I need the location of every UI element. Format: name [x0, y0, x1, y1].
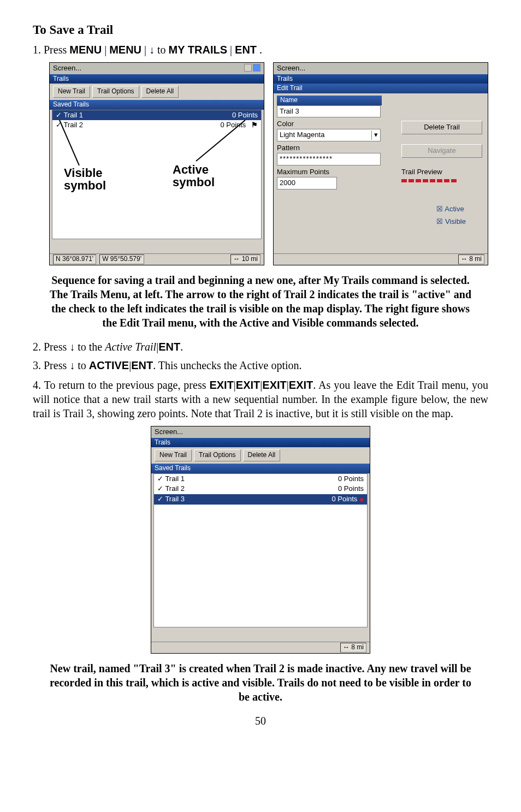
lat-dir: N — [56, 255, 61, 263]
section-trails: Trails — [50, 74, 264, 84]
figure-caption-2: New trail, named "Trail 3" is created wh… — [49, 661, 472, 704]
trail-preview: Trail Preview — [401, 168, 482, 182]
key-active: ACTIVE — [89, 359, 129, 371]
check-icon: ✓ — [56, 111, 62, 119]
text: 3. Press — [33, 359, 69, 371]
list-item[interactable]: ✓ Trail 1 0 Points — [52, 110, 261, 121]
window-control-icon[interactable] — [244, 64, 252, 72]
title-text: Screen... — [53, 64, 81, 72]
active-flag-icon: ◆ — [359, 496, 364, 502]
color-select[interactable]: Light Magenta ▾ — [277, 129, 381, 141]
text: 4. To return to the previous page, press — [33, 379, 209, 391]
name-group: Name Trail 3 — [277, 96, 484, 117]
arrow-down-icon: ↓ — [69, 359, 75, 371]
window-title: Screen... — [151, 426, 370, 438]
key-exit: EXIT — [209, 379, 233, 391]
new-trail-button[interactable]: New Trail — [155, 449, 192, 461]
text: . This unchecks the Active option. — [153, 359, 301, 371]
scale-icon: ↔ — [233, 255, 240, 263]
saved-trails-header: Saved Trails — [151, 464, 370, 473]
dot: . — [259, 44, 262, 56]
window-title: Screen... — [50, 63, 264, 74]
text: 1. Press — [33, 44, 69, 56]
status-bar: ↔ 8 mi — [274, 253, 488, 265]
page-number: 50 — [33, 714, 488, 728]
list-item[interactable]: ✓ Trail 2 0 Points — [154, 484, 367, 494]
step-4: 4. To return to the previous page, press… — [33, 378, 488, 420]
trails-menu-screenshot: Screen... Trails New Trail Trail Options… — [49, 62, 264, 265]
trail-name: Trail 1 — [165, 475, 185, 483]
trail-name: Trail 1 — [63, 111, 83, 119]
trail-points: 0 Points — [220, 121, 246, 129]
key-menu1: MENU — [69, 44, 102, 56]
active-checkbox[interactable]: ☒ Active — [436, 205, 466, 214]
sep: | — [230, 44, 232, 56]
delete-trail-button[interactable]: Delete Trail — [401, 121, 482, 134]
scale-value: 8 mi — [351, 643, 364, 651]
status-bar: ↔ 8 mi — [151, 642, 370, 653]
figure-caption-1: Sequence for saving a trail and beginnin… — [49, 273, 472, 330]
trail-options-button[interactable]: Trail Options — [194, 449, 241, 461]
edit-trail-screenshot: Screen... Trails Edit Trail Name Trail 3… — [273, 62, 488, 265]
key-exit: EXIT — [289, 379, 313, 391]
pattern-field[interactable]: **************** — [277, 153, 381, 165]
sep: | — [104, 44, 106, 56]
trail-name: Trail 3 — [165, 495, 185, 503]
latitude: 36°08.971' — [62, 255, 93, 263]
check-icon: ✓ — [56, 121, 62, 129]
trails-list[interactable]: ✓ Trail 1 0 Points ✓ Trail 2 0 Points ✓ … — [153, 473, 368, 627]
key-menu2: MENU — [109, 44, 141, 56]
window-title: Screen... — [274, 63, 488, 74]
scale-icon: ↔ — [343, 643, 350, 651]
annotation-visible: Visible symbol — [64, 167, 106, 192]
key-ent: ENT — [235, 44, 257, 56]
window-control-icon[interactable] — [253, 64, 260, 72]
delete-all-button[interactable]: Delete All — [243, 449, 281, 461]
trail-points: 0 Points — [331, 495, 357, 503]
step-2: 2. Press ↓ to the Active Trail|ENT. — [33, 340, 488, 354]
chevron-down-icon[interactable]: ▾ — [371, 131, 378, 140]
lon-dir: W — [102, 255, 108, 263]
visible-checkbox[interactable]: ☒ Visible — [436, 217, 466, 227]
text: to — [75, 359, 89, 371]
arrow-down-icon: ↓ — [69, 341, 75, 353]
active-flag-icon: ⚑ — [251, 121, 258, 129]
longitude: 95°50.579' — [110, 255, 141, 263]
status-bar: N 36°08.971' W 95°50.579' ↔ 10 mi — [50, 253, 264, 265]
saved-trails-header: Saved Trails — [50, 100, 264, 110]
check-icon: ✓ — [157, 495, 163, 503]
scale-icon: ↔ — [461, 255, 467, 263]
key-ent: ENT — [131, 359, 153, 371]
text: to the — [75, 341, 105, 353]
trail-name: Trail 2 — [165, 484, 185, 493]
name-field[interactable]: Trail 3 — [277, 105, 381, 118]
key-exit: EXIT — [262, 379, 286, 391]
edit-trail-header: Edit Trail — [274, 84, 488, 93]
scale-value: 8 mi — [469, 255, 482, 263]
list-item[interactable]: ✓ Trail 3 0 Points ◆ — [154, 494, 367, 505]
text: to — [157, 44, 169, 56]
key-exit: EXIT — [236, 379, 260, 391]
list-item[interactable]: ✓ Trail 2 0 Points ⚑ — [52, 120, 261, 131]
delete-all-button[interactable]: Delete All — [141, 86, 179, 98]
trail-points: 0 Points — [232, 111, 258, 120]
dot: . — [180, 341, 183, 353]
trail-options-button[interactable]: Trail Options — [92, 86, 139, 98]
check-icon: ✓ — [157, 475, 163, 483]
sep: | — [144, 44, 146, 56]
check-icon: ✓ — [157, 484, 163, 493]
trail-points: 0 Points — [338, 475, 364, 484]
heading-title: To Save a Trail — [33, 22, 488, 38]
annotation-active: Active symbol — [173, 163, 215, 188]
key-mytrails: MY TRAILS — [169, 44, 227, 56]
section-trails: Trails — [151, 438, 370, 448]
trail-points: 0 Points — [338, 484, 364, 494]
new-trail-button[interactable]: New Trail — [53, 86, 90, 98]
maxpoints-field[interactable]: 2000 — [277, 177, 337, 189]
trail-name: Trail 2 — [63, 121, 83, 129]
list-item[interactable]: ✓ Trail 1 0 Points — [154, 474, 367, 484]
preview-swatch — [401, 179, 482, 182]
section-trails: Trails — [274, 74, 488, 84]
trails-menu-after-screenshot: Screen... Trails New Trail Trail Options… — [151, 426, 370, 654]
arrow-down-icon: ↓ — [149, 44, 155, 56]
